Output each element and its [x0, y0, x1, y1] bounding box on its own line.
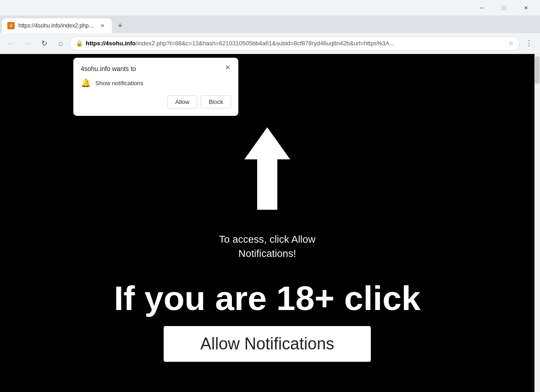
scrollbar[interactable] — [534, 54, 540, 392]
svg-marker-0 — [244, 127, 290, 210]
allow-button[interactable]: Allow — [167, 95, 197, 109]
tab-title: https://4sohu.info/index2.php?t=... — [18, 22, 94, 29]
nav-bar: ← → ↻ ⌂ 🔒 https://4sohu.info/index2.php?… — [0, 33, 540, 54]
new-tab-button[interactable]: + — [114, 19, 127, 32]
lock-icon: 🔒 — [76, 40, 83, 47]
bookmark-icon[interactable]: ☆ — [508, 40, 514, 47]
close-button[interactable]: ✕ — [515, 0, 536, 16]
forward-button[interactable]: → — [20, 36, 35, 51]
tab-favicon: 4 — [7, 22, 15, 29]
popup-permission-row: 🔔 Show notifications — [81, 78, 231, 88]
minimize-button[interactable]: ─ — [471, 0, 492, 16]
title-bar: ─ □ ✕ — [0, 0, 540, 16]
back-button[interactable]: ← — [4, 36, 18, 51]
popup-title: 4sohu.info wants to — [81, 65, 231, 72]
tab-bar: 4 https://4sohu.info/index2.php?t=... ✕ … — [0, 16, 540, 33]
arrow-up-icon — [244, 127, 290, 210]
active-tab[interactable]: 4 https://4sohu.info/index2.php?t=... ✕ — [2, 18, 112, 33]
scrollbar-thumb[interactable] — [535, 56, 540, 84]
address-bar[interactable]: 🔒 https://4sohu.info/index2.php?t=88&c=1… — [70, 36, 520, 51]
page-headline: If you are 18+ click — [114, 279, 420, 317]
popup-close-button[interactable]: ✕ — [223, 62, 233, 72]
page-instruction: To access, click Allow Notifications! — [219, 233, 315, 261]
popup-permission-text: Show notifications — [95, 80, 143, 87]
allow-notifications-button[interactable]: Allow Notifications — [164, 326, 371, 362]
reload-button[interactable]: ↻ — [37, 36, 51, 51]
browser-content: To access, click Allow Notifications! If… — [0, 54, 540, 392]
url-display: https://4sohu.info/index2.php?t=88&c=13&… — [86, 40, 506, 47]
url-bold-part: https://4sohu.info — [86, 40, 136, 47]
notification-popup: 4sohu.info wants to ✕ 🔔 Show notificatio… — [73, 58, 238, 116]
bell-icon: 🔔 — [81, 78, 91, 88]
menu-button[interactable]: ⋮ — [522, 36, 536, 51]
window-controls: ─ □ ✕ — [471, 0, 536, 16]
page-content: To access, click Allow Notifications! If… — [0, 54, 534, 392]
home-button[interactable]: ⌂ — [53, 36, 68, 51]
nav-actions: ⋮ — [522, 36, 536, 51]
popup-buttons: Allow Block — [81, 95, 231, 109]
url-rest-part: /index2.php?t=88&c=13&hash=6210310505bb4… — [136, 40, 394, 47]
maximize-button[interactable]: □ — [493, 0, 514, 16]
tab-close-button[interactable]: ✕ — [98, 22, 106, 30]
block-button[interactable]: Block — [201, 95, 231, 109]
